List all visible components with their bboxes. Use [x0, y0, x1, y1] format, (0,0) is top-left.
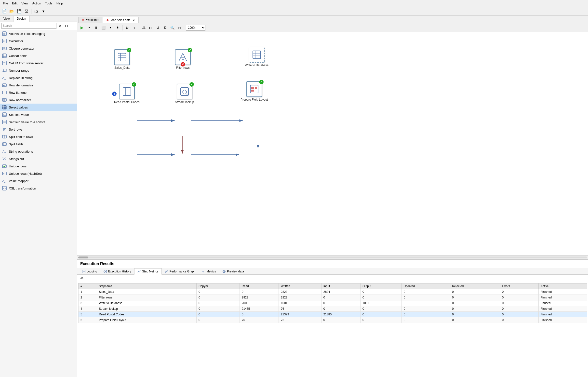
canvas-arrows	[77, 32, 588, 255]
exec-tab-history[interactable]: Execution History	[100, 268, 134, 274]
settings-button[interactable]: ⚙	[124, 25, 130, 31]
sidebar-label-split-fields: Split fields	[9, 142, 75, 146]
sidebar-item-set-field-value[interactable]: Set field value	[0, 111, 77, 118]
node-filter-rows[interactable]: ✓ ✕ Filter rows	[175, 49, 191, 69]
sidebar-item-split-fields[interactable]: Split fields	[0, 140, 77, 148]
svg-rect-83	[82, 270, 85, 273]
sidebar-item-concat-fields[interactable]: Concat fields	[0, 52, 77, 59]
sidebar-label-row-denormaliser: Row denormaliser	[9, 83, 75, 87]
search-collapse-btn[interactable]: ⊟	[64, 23, 69, 28]
canvas-extra[interactable]: ⊡	[176, 25, 183, 31]
node-stream-lookup[interactable]: ✓ Stream lookup	[175, 84, 194, 104]
run-dropdown[interactable]: ▾	[86, 25, 92, 31]
tab-view[interactable]: View	[0, 16, 13, 22]
sidebar-item-row-flattener[interactable]: Row flattener	[0, 89, 77, 96]
sidebar-item-value-mapper[interactable]: AB Value mapper	[0, 177, 77, 185]
tab-load-close[interactable]: ✕	[132, 18, 135, 22]
toolbar-open[interactable]: 📂	[8, 8, 15, 14]
h-scrollbar-area[interactable]	[77, 255, 588, 259]
pause-button[interactable]: ⏸	[93, 25, 99, 31]
toolbar-dropdown[interactable]: ▾	[40, 8, 47, 14]
menu-action[interactable]: Action	[30, 1, 43, 6]
sidebar-item-xsl-transformation[interactable]: XSL XSL transformation	[0, 185, 77, 192]
sidebar-label-split-field-rows: Split field to rows	[9, 135, 75, 139]
debug-button[interactable]: ⁂	[141, 25, 147, 31]
row-denorm-icon	[2, 83, 7, 88]
menu-edit[interactable]: Edit	[10, 1, 19, 6]
copy-button[interactable]: ⧉	[162, 25, 168, 31]
sidebar-list: Add value fields changing ≡ Calculator C…	[0, 30, 77, 377]
unique-hashset-icon: #	[2, 171, 7, 176]
node-write-to-db[interactable]: Write to Database	[245, 47, 268, 67]
svg-marker-65	[179, 53, 187, 61]
menu-tools[interactable]: Tools	[43, 1, 54, 6]
stop-dropdown[interactable]: ▾	[107, 25, 114, 31]
sidebar-item-unique-rows-hashset[interactable]: # Unique rows (HashSet)	[0, 170, 77, 177]
exec-eye-button[interactable]: 👁	[79, 275, 85, 281]
sidebar-item-row-denormaliser[interactable]: Row denormaliser	[0, 81, 77, 89]
run-step-button[interactable]: ▷	[131, 25, 137, 31]
sidebar-item-select-values[interactable]: Select values	[0, 104, 77, 111]
sidebar-item-split-field-rows[interactable]: Split field to rows	[0, 133, 77, 140]
run-button[interactable]: ▶	[79, 25, 85, 31]
sidebar-item-number-range[interactable]: 1.3 Number range	[0, 67, 77, 74]
replace-icon: AB	[2, 75, 7, 80]
sidebar-item-replace-in-string[interactable]: AB Replace in string	[0, 74, 77, 81]
search-expand-btn[interactable]: ⊞	[70, 23, 76, 28]
canvas-area[interactable]: ✓ Sales_Data ✓ ✕ Filter rows Write to Da…	[77, 32, 588, 255]
main-layout: View Design ✕ ⊟ ⊞ Add value fields chang…	[0, 16, 588, 377]
refresh-button[interactable]: ↺	[155, 25, 161, 31]
col-active: Active	[538, 283, 587, 289]
node-sales-data[interactable]: ✓ Sales_Data	[114, 49, 130, 69]
exec-tab-preview[interactable]: Preview data	[219, 268, 247, 274]
sidebar-item-unique-rows[interactable]: Unique rows	[0, 162, 77, 170]
preview-button[interactable]: 👁	[114, 25, 121, 31]
search-canvas-button[interactable]: 🔍	[169, 25, 175, 31]
sidebar-item-string-operations[interactable]: AB String operations	[0, 148, 77, 155]
toolbar-new[interactable]: 📄	[1, 8, 8, 14]
h-scrollbar[interactable]	[78, 256, 587, 258]
sidebar-item-get-id-slave[interactable]: Get ID from slave server	[0, 59, 77, 67]
sidebar-item-set-field-value-const[interactable]: Set field value to a consta	[0, 118, 77, 126]
sidebar-item-sort-rows[interactable]: Sort rows	[0, 126, 77, 133]
tab-welcome[interactable]: ❖ Welcome!	[78, 17, 102, 23]
sidebar-item-calculator[interactable]: ≡ Calculator	[0, 37, 77, 45]
stop-button[interactable]: ⬜	[100, 25, 107, 31]
tab-design[interactable]: Design	[13, 16, 30, 22]
tab-load-label: load sales data	[111, 18, 131, 22]
svg-rect-26	[2, 105, 6, 109]
tab-metrics-label: Metrics	[206, 270, 216, 273]
svg-rect-72	[123, 88, 131, 95]
step-button[interactable]: ⏭	[148, 25, 154, 31]
tab-load-sales-data[interactable]: ❖ load sales data ✕	[103, 17, 139, 23]
toolbar-layers[interactable]: 🗂	[33, 8, 40, 14]
exec-tab-logging[interactable]: Logging	[79, 268, 100, 274]
exec-tab-metrics[interactable]: % Metrics	[199, 268, 219, 274]
sidebar-item-add-value-fields[interactable]: Add value fields changing	[0, 30, 77, 37]
node-read-postal[interactable]: ✓ i Read Postal Codes	[114, 84, 139, 104]
menu-bar: File Edit View Action Tools Help	[0, 0, 588, 7]
zoom-select[interactable]: 100% 75% 50% 150% 200%	[186, 25, 205, 31]
exec-tab-step-metrics[interactable]: Step Metrics	[134, 268, 162, 275]
menu-file[interactable]: File	[1, 1, 10, 6]
node-filter-label: Filter rows	[176, 66, 189, 69]
strings-cut-icon	[2, 156, 7, 161]
toolbar-save-as[interactable]: 🖫	[23, 8, 30, 14]
table-row: 4Stream lookup0214557600000Finished	[79, 306, 587, 312]
exec-tab-perf-graph[interactable]: Performance Graph	[162, 268, 199, 274]
search-input[interactable]	[1, 23, 56, 29]
get-id-icon	[2, 61, 7, 66]
svg-text:AB: AB	[2, 76, 6, 80]
node-prepare-layout[interactable]: ✓ Prepare Field Layout	[241, 81, 268, 101]
sidebar-item-row-normaliser[interactable]: Row normaliser	[0, 96, 77, 104]
menu-view[interactable]: View	[19, 1, 30, 6]
sidebar-item-closure-generator[interactable]: Closure generator	[0, 45, 77, 52]
svg-rect-9	[2, 54, 6, 58]
sidebar-item-strings-cut[interactable]: Strings cut	[0, 155, 77, 162]
menu-help[interactable]: Help	[54, 1, 65, 6]
search-clear-btn[interactable]: ✕	[57, 23, 63, 28]
exec-content[interactable]: # Stepname Copynr Read Written Input Out…	[77, 282, 588, 377]
value-mapper-icon: AB	[2, 178, 7, 183]
add-value-fields-icon	[2, 31, 7, 36]
toolbar-save[interactable]: 💾	[16, 8, 23, 14]
